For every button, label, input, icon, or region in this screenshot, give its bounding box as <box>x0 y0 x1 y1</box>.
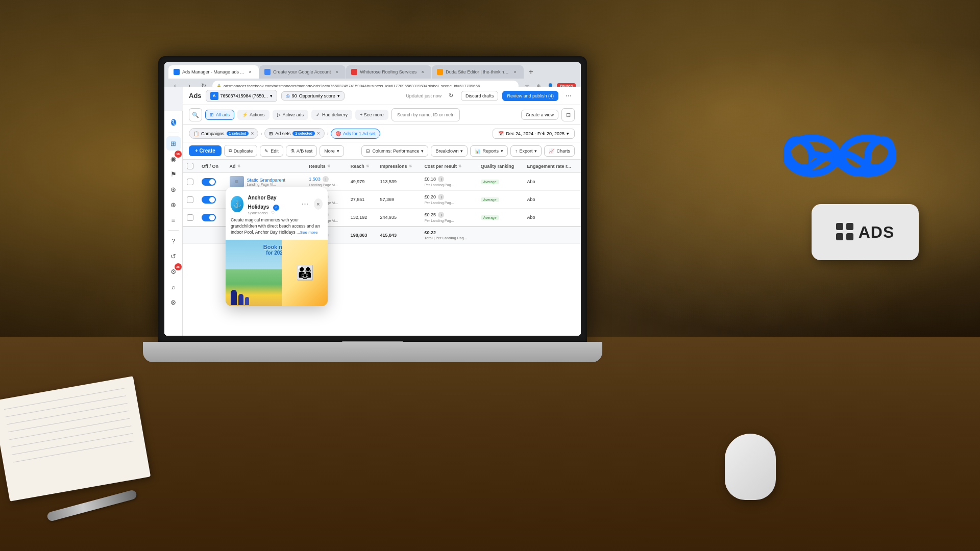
duplicate-button[interactable]: ⧉ Duplicate <box>224 145 258 157</box>
opportunity-score-button[interactable]: ◎ 90 Opportunity score ▾ <box>281 91 345 101</box>
breakdown-label: Breakdown <box>435 148 458 154</box>
breakdown-dropdown-icon: ▾ <box>460 148 463 154</box>
sidebar-icon-list[interactable]: ≡ <box>166 213 181 227</box>
adsets-icon: ⊞ <box>269 131 273 136</box>
customize-columns-button[interactable]: ⊟ <box>561 108 575 121</box>
sidebar-icon-group[interactable]: ⊗ <box>166 295 181 309</box>
sidebar-icon-flag[interactable]: ⚑ <box>166 167 181 181</box>
ads-product-label: Ads <box>189 92 202 99</box>
sidebar-icon-people[interactable]: ⊕ <box>166 197 181 212</box>
sidebar-icon-meta[interactable] <box>166 115 181 130</box>
search-button[interactable]: 🔍 <box>189 108 202 121</box>
export-button[interactable]: ↑ Export ▾ <box>510 145 542 157</box>
edit-button[interactable]: ✎ Edit <box>260 145 283 157</box>
sidebar-icon-eye[interactable]: ◉ 18 <box>166 152 181 166</box>
row3-cost-cell: £0.25 i Per Landing Pag... <box>420 209 476 227</box>
updated-label: Updated just now <box>406 93 442 98</box>
laptop-screen: Ads Manager - Manage ads ... × Create yo… <box>164 62 581 336</box>
tab-close-2[interactable]: × <box>333 68 340 76</box>
row2-impressions-cell: 57,369 <box>376 191 421 209</box>
header-checkbox-cell <box>183 160 198 173</box>
export-label: Export <box>519 148 532 154</box>
more-actions-button[interactable]: More ▾ <box>320 145 344 157</box>
select-all-checkbox[interactable] <box>187 163 193 169</box>
tab-favicon-4 <box>437 69 443 75</box>
row3-toggle[interactable] <box>202 214 216 221</box>
reports-button[interactable]: 📊 Reports ▾ <box>470 145 508 157</box>
actions-filter[interactable]: ⚡ Actions <box>237 110 270 120</box>
popup-menu-button[interactable]: ⋯ <box>301 198 310 210</box>
active-ads-filter[interactable]: ▷ Active ads <box>273 110 309 120</box>
campaigns-breadcrumb[interactable]: 📋 Campaigns 1 selected × <box>189 128 258 139</box>
row2-toggle-cell <box>198 191 226 209</box>
campaigns-clear[interactable]: × <box>251 131 254 136</box>
ads-label: Ads for 1 Ad set <box>343 131 376 136</box>
row1-toggle[interactable] <box>202 178 216 186</box>
browser-tab-1[interactable]: Ads Manager - Manage ads ... × <box>168 65 259 79</box>
popup-close-button[interactable]: × <box>314 198 323 210</box>
charts-button[interactable]: 📈 Charts <box>544 145 575 157</box>
calendar-icon: 📅 <box>498 131 504 136</box>
row1-reach: 49,979 <box>351 179 365 184</box>
sidebar-icon-history[interactable]: ↺ <box>166 249 181 263</box>
row1-results[interactable]: 1,503 <box>309 177 321 182</box>
row2-toggle[interactable] <box>202 196 216 204</box>
row1-results-info[interactable]: i <box>323 176 329 182</box>
duplicate-icon: ⧉ <box>229 148 232 154</box>
row2-cost: £0.20 <box>424 194 436 199</box>
sidebar-icon-search[interactable]: ⌕ <box>166 280 181 294</box>
row2-checkbox[interactable] <box>187 196 193 203</box>
total-reach: 198,863 <box>351 233 368 238</box>
ads-breadcrumb[interactable]: 🎯 Ads for 1 Ad set <box>331 129 380 139</box>
row1-ad-name[interactable]: Static Grandparent <box>247 178 286 183</box>
more-button[interactable]: ⋯ <box>562 90 575 102</box>
charts-icon: 📈 <box>549 148 554 154</box>
table-header-row: Off / On Ad ⇅ <box>183 160 581 173</box>
sort-icon-impressions: ⇅ <box>409 164 412 168</box>
create-view-button[interactable]: Create a view <box>521 110 558 120</box>
refresh-button[interactable]: ↻ <box>446 90 457 102</box>
total-cost-sub: Total | Per Landing Pag... <box>424 236 467 240</box>
header-off-on: Off / On <box>198 160 226 173</box>
columns-icon: ⊟ <box>366 148 370 154</box>
browser-tab-2[interactable]: Create your Google Account × <box>259 65 346 79</box>
tab-close-1[interactable]: × <box>247 68 254 76</box>
popup-avatar: ⚓ <box>231 196 243 212</box>
sort-icon-reach: ⇅ <box>366 164 369 168</box>
sidebar-icon-grid[interactable]: ⊞ <box>166 136 181 151</box>
browser-tab-4[interactable]: Duda Site Editor | the-thinking... × <box>432 65 524 79</box>
total-impressions: 415,843 <box>380 233 397 238</box>
publish-button[interactable]: Review and publish (4) <box>502 91 558 101</box>
new-tab-button[interactable]: + <box>524 65 537 79</box>
edit-icon: ✎ <box>264 148 268 154</box>
adsets-breadcrumb[interactable]: ⊞ Ad sets 1 selected × <box>264 128 325 139</box>
sidebar-icon-cart[interactable]: ⊛ <box>166 182 181 196</box>
row3-cost-info[interactable]: i <box>438 212 444 218</box>
browser-tab-3[interactable]: Whiterose Roofing Services × <box>346 65 431 79</box>
row1-checkbox[interactable] <box>187 179 193 185</box>
tab-close-3[interactable]: × <box>419 68 426 76</box>
header-quality: Quality ranking <box>477 160 523 173</box>
sidebar-icon-settings[interactable]: ⚙ 36 <box>166 264 181 279</box>
ab-test-button[interactable]: ⚗ A/B test <box>286 145 317 157</box>
account-selector[interactable]: A 765037415984 (7650... ▾ <box>206 90 277 102</box>
tab-title-2: Create your Google Account <box>273 69 331 74</box>
discard-drafts-button[interactable]: Discard drafts <box>461 91 499 101</box>
row3-checkbox[interactable] <box>187 214 193 221</box>
had-delivery-filter[interactable]: ✓ Had delivery <box>311 110 352 120</box>
adsets-clear[interactable]: × <box>317 131 320 136</box>
breakdown-button[interactable]: Breakdown ▾ <box>431 145 468 157</box>
see-more-filter[interactable]: + See more <box>355 110 388 120</box>
sidebar-icon-help[interactable]: ? <box>166 234 181 248</box>
all-ads-filter[interactable]: ⊞ All ads <box>205 110 234 120</box>
see-more-link[interactable]: ...See more <box>297 230 317 235</box>
row2-cost-info[interactable]: i <box>438 194 444 200</box>
tab-close-4[interactable]: × <box>511 68 519 76</box>
date-picker[interactable]: 📅 Dec 24, 2024 - Feb 20, 2025 ▾ <box>493 129 575 139</box>
columns-button[interactable]: ⊟ Columns: Performance ▾ <box>361 145 428 157</box>
browser-chrome: Ads Manager - Manage ads ... × Create yo… <box>164 62 581 87</box>
create-button[interactable]: + Create <box>189 145 222 156</box>
search-input[interactable] <box>391 108 460 121</box>
ad-preview-popup: ⚓ Anchor Bay Holidays ✓ Sponsored · ♡ ⋯ … <box>226 187 328 306</box>
row1-cost-info[interactable]: i <box>438 176 444 182</box>
